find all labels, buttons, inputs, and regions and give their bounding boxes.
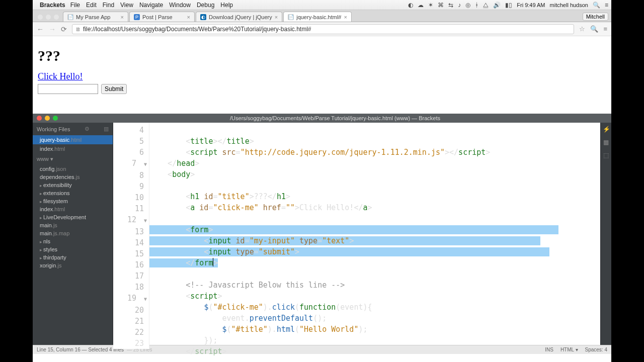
menu-edit[interactable]: Edit [86,2,97,9]
minimize-icon[interactable] [45,116,50,121]
zoom-icon[interactable]: 🔍 [590,25,598,33]
tab-label: Post | Parse [142,14,173,20]
file-item[interactable]: index.html [33,205,113,213]
working-file[interactable]: index.html [33,144,113,153]
click-hello-link[interactable]: Click Hello! [38,71,83,81]
page-heading: ??? [38,47,606,64]
folder-item[interactable]: ▸filesystem [33,197,113,205]
browser-tab-active[interactable]: 📄 jquery-basic.html# × [283,12,352,22]
status-icon[interactable]: ✶ [428,2,433,9]
favicon-icon: ◐ [200,14,206,20]
cursor-position: Line 15, Column 16 — Selected 4 lines [37,347,124,352]
folder-item[interactable]: ▸nls [33,237,113,245]
user-name[interactable]: mitchell hudson [550,2,588,8]
brackets-window: /Users/soggybag/Documents/Web/Parse Tuto… [33,114,611,354]
right-toolbar: ⚡ ▦ ⬚ [600,123,611,345]
page-content: ??? Click Hello! Submit [33,36,611,99]
bookmark-icon[interactable]: ☆ [579,25,585,33]
close-icon[interactable] [38,15,43,20]
file-icon: 🗎 [75,26,81,32]
folder-item[interactable]: ▸thirdparty [33,253,113,261]
status-icon[interactable]: ◎ [465,2,470,9]
folder-item[interactable]: ▸extensibility [33,181,113,189]
menu-debug[interactable]: Debug [197,2,214,9]
status-icon[interactable]: ⌘ [438,2,444,9]
text-input[interactable] [38,84,98,94]
working-files-header[interactable]: Working Files ⚙ ▥ [33,123,113,135]
minimize-icon[interactable] [46,15,51,20]
folder-item[interactable]: ▸styles [33,245,113,253]
line-gutter: 4567 ▼89101112 ▼13141516171819 ▼20212223 [113,123,149,349]
menu-window[interactable]: Window [169,2,191,9]
favicon-icon: 📄 [288,14,294,20]
close-tab-icon[interactable]: × [121,14,124,20]
active-app[interactable]: Brackets [40,2,65,9]
window-title: /Users/soggybag/Documents/Web/Parse Tuto… [63,115,607,121]
working-file[interactable]: jquery-basic.html [33,135,113,144]
status-icon[interactable]: ⇆ [448,2,453,9]
gear-icon[interactable]: ⚙ [85,126,90,132]
browser-tab[interactable]: 📄 My Parse App × [63,12,128,22]
file-item[interactable]: config.json [33,165,113,173]
tab-label: My Parse App [76,14,110,20]
status-icon[interactable]: ◐ [408,2,413,9]
status-icon[interactable]: ☁ [418,2,424,9]
menu-view[interactable]: View [120,2,133,9]
battery-icon[interactable]: ▮▯ [505,2,512,9]
favicon-icon: P [134,14,140,20]
tab-label: Download jQuery | jQuery [209,14,272,20]
browser-tab[interactable]: P Post | Parse × [129,12,195,22]
favicon-icon: 📄 [67,14,73,20]
browser-tab[interactable]: ◐ Download jQuery | jQuery × [196,12,282,22]
code-editor[interactable]: 4567 ▼89101112 ▼13141516171819 ▼20212223… [113,123,600,345]
submit-button[interactable]: Submit [101,84,127,94]
close-tab-icon[interactable]: × [275,14,278,20]
back-button[interactable]: ← [37,25,44,33]
close-icon[interactable] [37,116,42,121]
sidebar: Working Files ⚙ ▥ jquery-basic.html inde… [33,123,113,345]
file-item[interactable]: dependencies.js [33,173,113,181]
menu-find[interactable]: Find [103,2,114,9]
file-item[interactable]: xorigin.js [33,261,113,269]
folder-item[interactable]: ▸LiveDevelopment [33,213,113,221]
reload-button[interactable]: ⟳ [61,25,67,33]
spotlight-icon[interactable]: 🔍 [593,2,600,9]
maximize-icon[interactable] [54,15,59,20]
tab-label: jquery-basic.html# [296,14,341,20]
split-icon[interactable]: ▥ [104,126,109,132]
menu-extra-icon[interactable]: ≡ [605,2,608,9]
menu-file[interactable]: File [70,2,80,9]
forward-button[interactable]: → [49,25,56,33]
menu-navigate[interactable]: Navigate [139,2,163,9]
extension-icon[interactable]: ▦ [603,139,610,146]
mac-menubar: Brackets File Edit Find View Navigate Wi… [33,0,611,10]
close-tab-icon[interactable]: × [187,14,190,20]
menu-help[interactable]: Help [220,2,233,9]
url-bar[interactable]: 🗎 file://localhost/Users/soggybag/Docume… [72,24,574,34]
browser-window: 📄 My Parse App × P Post | Parse × ◐ Down… [33,10,611,111]
folder-item[interactable]: ▸extensions [33,189,113,197]
clock[interactable]: Fri 9:49 AM [517,2,545,8]
live-preview-icon[interactable]: ⚡ [603,126,610,133]
wifi-icon[interactable]: ⧋ [483,2,489,9]
hamburger-icon[interactable]: ≡ [603,25,607,33]
profile-button[interactable]: Mitchell [583,13,608,21]
file-item[interactable]: main.js [33,221,113,229]
code-content[interactable]: <title></title> <script src="http://code… [149,125,600,362]
status-icon[interactable]: ♪ [458,2,461,9]
extension-icon[interactable]: ⬚ [603,152,610,159]
volume-icon[interactable]: 🔊 [493,2,501,9]
bluetooth-icon[interactable]: ᚼ [475,2,478,9]
file-item[interactable]: main.js.map [33,229,113,237]
project-dropdown[interactable]: www ▾ [33,153,113,165]
maximize-icon[interactable] [53,116,58,121]
close-tab-icon[interactable]: × [344,14,347,20]
url-text: file://localhost/Users/soggybag/Document… [83,26,311,33]
